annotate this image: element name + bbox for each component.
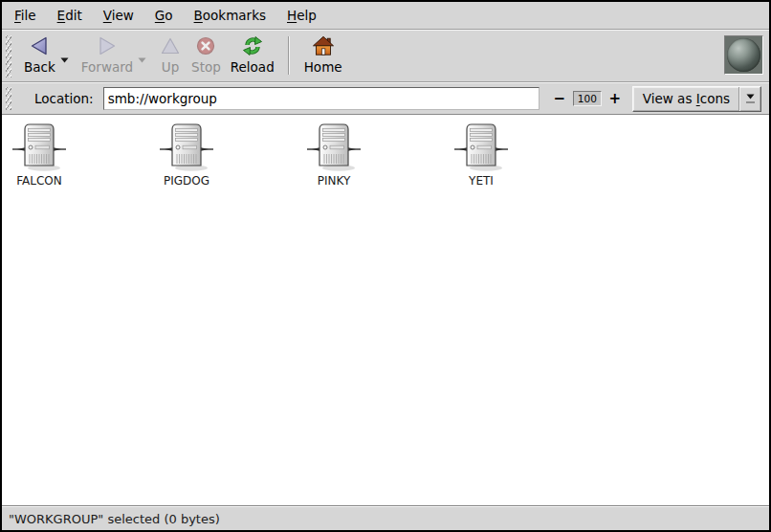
menu-go[interactable]: Go xyxy=(144,3,184,28)
forward-button[interactable]: Forward xyxy=(77,34,138,74)
menu-view[interactable]: View xyxy=(93,3,144,28)
location-label: Location: xyxy=(34,91,94,106)
menu-file[interactable]: File xyxy=(4,3,47,28)
forward-icon xyxy=(96,34,119,57)
statusbar: "WORKGROUP" selected (0 bytes) xyxy=(2,506,769,530)
view-as-dropdown[interactable]: View as Icons xyxy=(632,86,761,112)
file-icon-yeti[interactable]: YETI xyxy=(444,122,518,188)
view-as-label: View as Icons xyxy=(643,91,730,106)
home-label: Home xyxy=(304,60,342,74)
file-manager-window: File Edit View Go Bookmarks Help Back Fo… xyxy=(0,0,771,532)
menubar: File Edit View Go Bookmarks Help xyxy=(2,2,769,30)
forward-history-chevron-down-icon[interactable] xyxy=(138,57,146,63)
icon-label: PIGDOG xyxy=(164,175,209,188)
up-button[interactable]: Up xyxy=(154,34,187,74)
location-bar: Location: − 100 + View as Icons xyxy=(2,82,769,115)
menu-edit[interactable]: Edit xyxy=(47,3,93,28)
up-label: Up xyxy=(162,60,179,74)
throbber-globe-icon xyxy=(727,38,760,72)
toolbar-grip[interactable] xyxy=(6,35,11,78)
reload-icon xyxy=(241,34,264,57)
back-label: Back xyxy=(24,60,55,74)
back-history-chevron-down-icon[interactable] xyxy=(60,57,69,63)
icon-label: PINKY xyxy=(318,175,351,188)
back-icon xyxy=(28,34,51,57)
home-button[interactable]: Home xyxy=(299,34,347,74)
server-icon xyxy=(12,122,66,172)
reload-button[interactable]: Reload xyxy=(226,34,279,74)
forward-label: Forward xyxy=(81,60,133,74)
location-input[interactable] xyxy=(103,87,540,110)
icon-label: YETI xyxy=(469,175,494,188)
stop-button[interactable]: Stop xyxy=(187,34,226,74)
server-icon xyxy=(160,122,213,172)
zoom-out-button[interactable]: − xyxy=(553,92,566,105)
throbber xyxy=(724,35,763,75)
home-icon xyxy=(312,34,335,57)
toolbar: Back Forward Up Stop xyxy=(2,30,769,82)
up-icon xyxy=(159,34,182,57)
toolbar-separator xyxy=(288,36,289,75)
dropdown-indicator-icon xyxy=(738,87,760,111)
server-icon xyxy=(307,122,361,172)
stop-icon xyxy=(194,34,217,57)
file-icon-falcon[interactable]: FALCON xyxy=(2,122,77,188)
status-text: "WORKGROUP" selected (0 bytes) xyxy=(9,512,220,526)
zoom-in-button[interactable]: + xyxy=(608,92,622,105)
stop-label: Stop xyxy=(191,60,221,74)
file-icon-pinky[interactable]: PINKY xyxy=(297,122,371,188)
back-button[interactable]: Back xyxy=(19,34,60,74)
icon-label: FALCON xyxy=(16,175,62,188)
menu-help[interactable]: Help xyxy=(276,3,327,28)
menu-bookmarks[interactable]: Bookmarks xyxy=(184,3,276,28)
reload-label: Reload xyxy=(231,60,275,74)
file-icon-pigdog[interactable]: PIGDOG xyxy=(149,122,224,188)
location-bar-grip[interactable] xyxy=(6,87,11,110)
server-icon xyxy=(454,122,508,172)
zoom-level: 100 xyxy=(573,91,602,106)
content-area[interactable]: FALCON PIGDOG PINKY YETI xyxy=(2,115,769,506)
